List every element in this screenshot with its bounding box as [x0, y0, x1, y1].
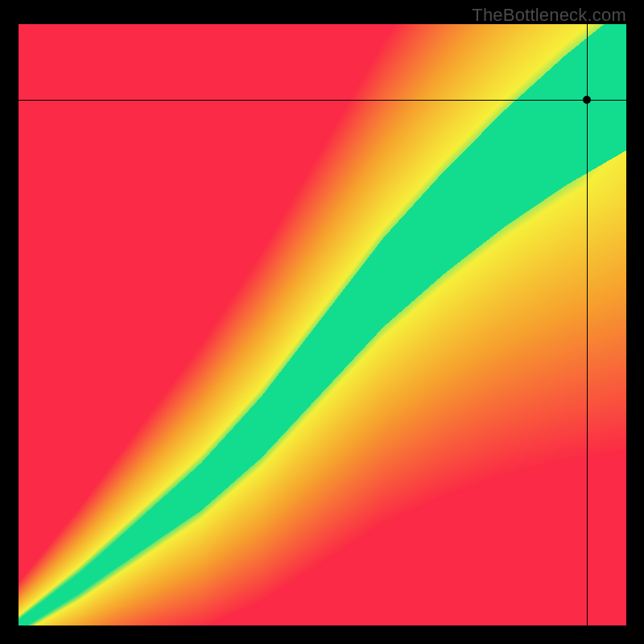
selection-marker [583, 96, 591, 104]
bottleneck-heatmap [19, 24, 626, 625]
crosshair-vertical [587, 24, 588, 625]
crosshair-horizontal [19, 100, 626, 101]
heatmap-canvas [19, 24, 626, 625]
watermark-text: TheBottleneck.com [472, 5, 626, 26]
